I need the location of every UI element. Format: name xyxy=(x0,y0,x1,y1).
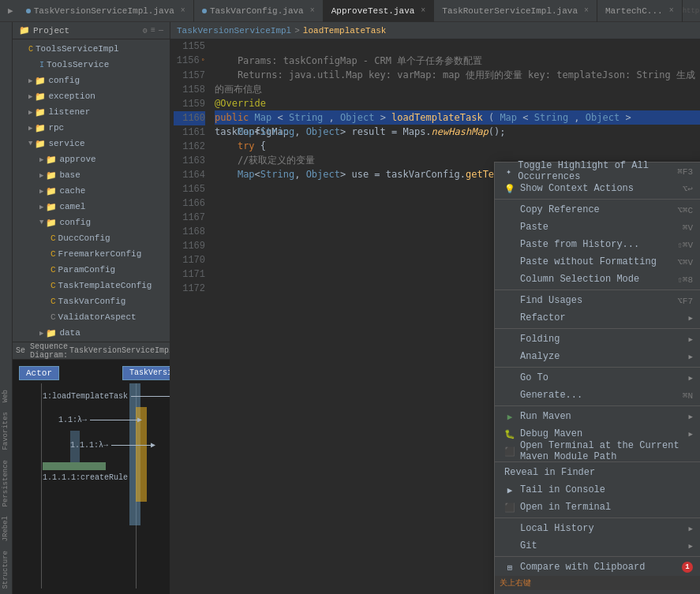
tree-item-data[interactable]: ▶ 📁 data xyxy=(13,325,170,341)
tab-taskversion[interactable]: TaskVersionServiceImpl.java × xyxy=(18,0,194,22)
interface-icon: I xyxy=(39,61,44,69)
close-tab-1[interactable]: × xyxy=(310,6,315,15)
menu-reveal-finder[interactable]: Reveal in Finder xyxy=(495,464,700,481)
menu-find-usages[interactable]: Find Usages ⌥F7 xyxy=(495,292,700,309)
side-label-web[interactable]: Web xyxy=(0,385,12,407)
close-tab-4[interactable]: × xyxy=(669,6,674,15)
arrow-icon: ▶ xyxy=(39,329,43,338)
taskversion-box: TaskVersionServiceImpl xyxy=(122,366,170,380)
call-11: 1.1:λ→ ▶ xyxy=(58,415,142,424)
side-label-favorites[interactable]: Favorites xyxy=(0,407,12,455)
tree-item-taskvar[interactable]: C TaskVarConfig xyxy=(13,293,170,309)
code-area: TaskVersionServiceImpl > loadTemplateTas… xyxy=(170,22,700,594)
tree-item-approve[interactable]: ▶ 📁 approve xyxy=(13,151,170,167)
tree-item-rpc[interactable]: ▶ 📁 rpc xyxy=(13,120,170,136)
tree-item-config2[interactable]: ▼ 📁 config xyxy=(13,215,170,230)
compare-icon: ⊞ xyxy=(504,562,515,573)
close-tab-3[interactable]: × xyxy=(584,6,589,15)
close-tab-0[interactable]: × xyxy=(181,6,185,15)
side-label-jrebel[interactable]: JRebel xyxy=(0,511,12,546)
project-icon: ▶ xyxy=(3,6,18,16)
folder-icon-base: 📁 xyxy=(46,170,57,181)
class-icon: C xyxy=(51,297,56,306)
tree-item-camel[interactable]: ▶ 📁 camel xyxy=(13,199,170,215)
call-1: 1:loadTemplateTask ▶ xyxy=(43,391,170,401)
menu-open-terminal-maven[interactable]: ⬛ Open Terminal at the Current Maven Mod… xyxy=(495,443,700,460)
arrow-icon: ▶ xyxy=(28,108,32,117)
tree-item-toolsserviceimpl[interactable]: C ToolsServiceImpl xyxy=(13,41,170,57)
folder-icon-cache: 📁 xyxy=(46,186,57,196)
tree-item-service[interactable]: ▼ 📁 service xyxy=(13,136,170,151)
tab-martech[interactable]: MartechC... × xyxy=(597,0,683,22)
side-label-persistence[interactable]: Persistence xyxy=(0,455,12,511)
menu-refactor[interactable]: Refactor xyxy=(495,309,700,327)
url-bar: https://bcs.xxx.net/proxy/24376... xyxy=(683,7,700,15)
callout-sql: 关上右键 xyxy=(495,576,700,590)
tree-item-toolsservice[interactable]: I ToolsService xyxy=(13,57,170,73)
menu-show-context[interactable]: 💡 Show Context Actions ⌥↩ xyxy=(495,180,700,197)
tree-item-base[interactable]: ▶ 📁 base xyxy=(13,167,170,183)
menu-local-history[interactable]: Local History xyxy=(495,520,700,537)
arrow-icon: ▶ xyxy=(28,92,32,101)
tree-item-cache[interactable]: ▶ 📁 cache xyxy=(13,183,170,199)
tree-item-tasktemplate[interactable]: C TaskTemplateConfig xyxy=(13,278,170,293)
sep-3 xyxy=(495,328,700,329)
menu-copy-ref[interactable]: Copy Reference ⌥⌘C xyxy=(495,201,700,219)
copy-icon xyxy=(504,204,515,215)
menu-tail-console[interactable]: ▶ Tail in Console xyxy=(495,481,700,499)
menu-paste-noformat[interactable]: Paste without Formatting ⌥⌘V xyxy=(495,253,700,271)
sep-8 xyxy=(495,556,700,557)
context-menu: ✦ Toggle Highlight of All Occurrences ⌘F… xyxy=(494,162,700,594)
menu-folding[interactable]: Folding xyxy=(495,331,700,348)
menu-git[interactable]: Git xyxy=(495,537,700,555)
code-view: 1155 1156° 1157 1158 1159 1160 1161 1162… xyxy=(170,39,700,594)
tree-item-validator[interactable]: C ValidatorAspect xyxy=(13,309,170,325)
arrow-icon: ▶ xyxy=(39,187,43,196)
paste-icon xyxy=(504,222,515,233)
folder-icon-camel: 📁 xyxy=(46,202,57,212)
code-line-1156: Params: taskConfigMap - CRM 单个子任务参数配置 xyxy=(215,54,700,68)
menu-goto[interactable]: Go To xyxy=(495,369,700,387)
folder-icon-rpc: 📁 xyxy=(35,123,46,133)
tail-icon: ▶ xyxy=(504,484,515,495)
gear-icon[interactable]: ⚙ xyxy=(143,26,148,35)
tab-taskvar[interactable]: TaskVarConfig.java × xyxy=(194,0,324,22)
menu-analyze[interactable]: Analyze xyxy=(495,348,700,365)
call-1111-label: 1.1.1.1:createRule xyxy=(43,462,128,483)
menu-generate[interactable]: Generate... ⌘N xyxy=(495,387,700,404)
minimize-icon[interactable]: — xyxy=(159,26,163,35)
settings-icon[interactable]: ≡ xyxy=(151,26,155,35)
tree-item-listener[interactable]: ▶ 📁 listener xyxy=(13,104,170,120)
folder-icon-config: 📁 xyxy=(35,76,46,86)
tree-item-freemarker[interactable]: C FreemarkerConfig xyxy=(13,246,170,262)
menu-paste-history[interactable]: Paste from History... ⇧⌘V xyxy=(495,236,700,253)
line-numbers: 1155 1156° 1157 1158 1159 1160 1161 1162… xyxy=(170,39,208,594)
menu-open-terminal[interactable]: ⬛ Open in Terminal xyxy=(495,499,700,516)
tab-approvetest[interactable]: ApproveTest.java × xyxy=(324,0,435,22)
tree-item-config[interactable]: ▶ 📁 config xyxy=(13,73,170,88)
arrow-icon: ▶ xyxy=(39,155,43,164)
close-tab-2[interactable]: × xyxy=(421,6,425,15)
tab-taskrouter[interactable]: TaskRouterServiceImpl.java × xyxy=(434,0,597,22)
code-line-1162: try { xyxy=(215,139,700,153)
side-label-structure[interactable]: Structure xyxy=(0,546,12,594)
sep-1 xyxy=(495,199,700,200)
sep-5 xyxy=(495,405,700,406)
tree-item-duccconfig[interactable]: C DuccConfig xyxy=(13,230,170,246)
class-icon: C xyxy=(51,249,56,259)
badge-1: 1 xyxy=(682,562,693,573)
file-c-icon: C xyxy=(28,45,33,54)
tree-item-param[interactable]: C ParamConfig xyxy=(13,262,170,278)
folder-icon-exception: 📁 xyxy=(35,92,46,102)
menu-run-maven[interactable]: ▶ Run Maven xyxy=(495,408,700,425)
menu-toggle-highlight[interactable]: ✦ Toggle Highlight of All Occurrences ⌘F… xyxy=(495,163,700,180)
menu-compare-clipboard[interactable]: ⊞ Compare with Clipboard 1 xyxy=(495,559,700,576)
code-line-1161: Map<String, Object> result = Maps.newHas… xyxy=(215,125,700,139)
find-icon xyxy=(504,295,515,306)
terminal-icon: ⬛ xyxy=(504,446,515,457)
menu-restore-sql[interactable]: ↩ Restore Sql from Selection xyxy=(495,590,700,594)
menu-paste[interactable]: Paste ⌘V xyxy=(495,219,700,236)
arrow-icon: ▶ xyxy=(39,203,43,211)
tree-item-exception[interactable]: ▶ 📁 exception xyxy=(13,88,170,104)
menu-column-mode[interactable]: Column Selection Mode ⇧⌘8 xyxy=(495,271,700,288)
